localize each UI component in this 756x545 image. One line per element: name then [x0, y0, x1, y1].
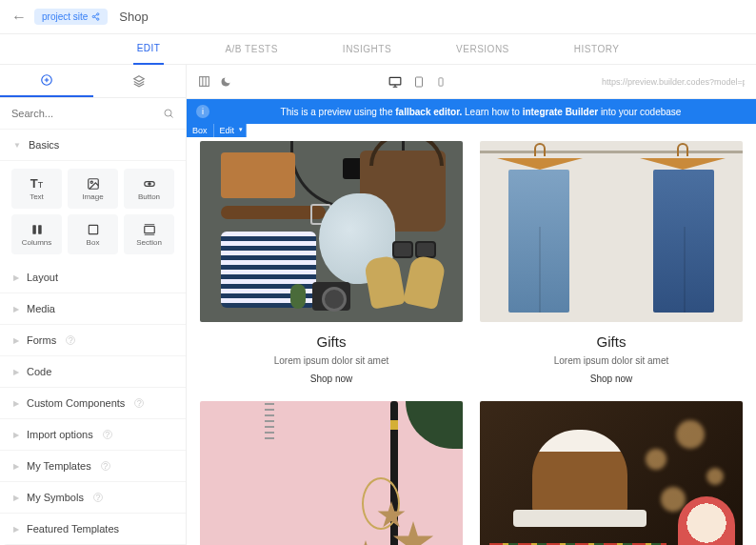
info-icon: i: [196, 105, 209, 118]
svg-rect-11: [89, 225, 97, 233]
chevron-right-icon: ▶: [13, 431, 19, 439]
chevron-right-icon: ▶: [13, 305, 19, 313]
product-image-jeans[interactable]: [480, 141, 743, 322]
svg-rect-16: [438, 77, 442, 85]
panel-custom-label: Custom Components: [27, 397, 125, 409]
basics-grid: TTText Image Button Columns Box Section: [0, 161, 186, 262]
device-desktop-icon[interactable]: [388, 75, 402, 89]
chevron-right-icon: ▶: [13, 462, 19, 471]
tab-versions[interactable]: VERSIONS: [452, 34, 513, 65]
block-image[interactable]: Image: [68, 169, 118, 209]
section-icon: [143, 223, 156, 236]
panel-layout[interactable]: ▶Layout: [0, 262, 186, 293]
text-icon: TT: [30, 176, 43, 191]
project-tag[interactable]: project site: [34, 9, 108, 25]
panel-my-symbols[interactable]: ▶My Symbols?: [0, 482, 186, 514]
panel-layout-label: Layout: [27, 272, 58, 283]
main-tabs: EDIT A/B TESTS INSIGHTS VERSIONS HISTORY: [0, 34, 756, 65]
banner-bold2: integrate Builder: [523, 107, 598, 117]
image-icon: [87, 177, 100, 191]
block-text[interactable]: TTText: [11, 169, 62, 209]
svg-point-4: [165, 110, 171, 116]
product-desc: Lorem ipsum dolor sit amet: [274, 355, 389, 366]
block-button-label: Button: [138, 192, 160, 201]
svg-point-1: [92, 15, 94, 17]
banner-bold1: fallback editor.: [395, 107, 462, 117]
panel-code-label: Code: [27, 366, 51, 377]
chevron-right-icon: ▶: [13, 368, 19, 376]
panel-featured-label: Featured Templates: [27, 523, 119, 535]
topbar: ← project site Shop: [0, 0, 756, 34]
chevron-right-icon: ▶: [13, 273, 19, 282]
panel-custom-components[interactable]: ▶Custom Components?: [0, 388, 186, 419]
product-image-flatlay[interactable]: [200, 141, 463, 322]
share-icon: [91, 12, 100, 21]
panel-forms[interactable]: ▶Forms?: [0, 325, 186, 356]
panel-featured-templates[interactable]: ▶Featured Templates: [0, 514, 186, 545]
panel-my-templates[interactable]: ▶My Templates?: [0, 451, 186, 482]
svg-rect-12: [144, 226, 154, 232]
image-tile-holiday[interactable]: [480, 401, 743, 545]
device-tablet-icon[interactable]: [413, 75, 425, 89]
info-icon: ?: [101, 461, 110, 471]
sel-tag-box[interactable]: Box: [187, 124, 214, 137]
panel-import-label: Import options: [27, 429, 93, 440]
chevron-right-icon: ▶: [13, 525, 19, 534]
block-text-label: Text: [30, 192, 44, 201]
svg-point-8: [148, 182, 149, 184]
block-image-label: Image: [82, 192, 103, 201]
panel-import-options[interactable]: ▶Import options?: [0, 419, 186, 451]
search-input[interactable]: [11, 108, 163, 119]
back-button[interactable]: ←: [11, 9, 27, 26]
product-cta[interactable]: Shop now: [590, 373, 632, 384]
tab-ab-tests[interactable]: A/B TESTS: [221, 34, 281, 65]
svg-point-6: [90, 181, 92, 183]
banner-text: This is a preview using the: [281, 107, 396, 117]
sel-tag-edit[interactable]: Edit: [214, 124, 248, 137]
block-columns[interactable]: Columns: [11, 214, 62, 254]
product-card: Gifts Lorem ipsum dolor sit amet Shop no…: [480, 141, 743, 384]
tab-insights[interactable]: INSIGHTS: [339, 34, 395, 65]
page-title: Shop: [119, 10, 148, 24]
sidebar: ▼Basics TTText Image Button Columns Box …: [0, 65, 187, 545]
panel-media[interactable]: ▶Media: [0, 293, 186, 325]
banner-text2: Learn how to: [462, 107, 522, 117]
button-icon: [143, 177, 156, 191]
preview-url: https://preview.builder.codes?model=page…: [602, 77, 745, 87]
panel-code[interactable]: ▶Code: [0, 356, 186, 388]
block-box[interactable]: Box: [68, 214, 118, 254]
columns-icon: [30, 223, 44, 236]
tab-history[interactable]: HISTORY: [570, 34, 624, 65]
side-tab-layers[interactable]: [93, 65, 187, 97]
svg-point-2: [97, 18, 99, 20]
dark-mode-icon[interactable]: [220, 76, 231, 88]
banner-text3: into your codebase: [598, 107, 681, 117]
svg-rect-13: [200, 77, 209, 87]
selection-tags: Box Edit: [187, 124, 247, 137]
grid-toggle-icon[interactable]: [198, 75, 210, 88]
svg-rect-10: [38, 225, 42, 233]
tab-edit[interactable]: EDIT: [133, 34, 165, 65]
side-tab-add[interactable]: [0, 65, 93, 97]
canvas-toolbar: https://preview.builder.codes?model=page…: [187, 65, 756, 99]
info-icon: ?: [134, 398, 144, 408]
chevron-right-icon: ▶: [13, 399, 19, 408]
block-box-label: Box: [87, 238, 100, 247]
block-section[interactable]: Section: [124, 214, 174, 254]
block-button[interactable]: Button: [124, 169, 174, 209]
info-icon: ?: [66, 335, 75, 345]
chevron-right-icon: ▶: [13, 336, 19, 345]
panel-basics[interactable]: ▼Basics: [0, 130, 186, 161]
chevron-right-icon: ▶: [13, 494, 19, 502]
chevron-down-icon: ▼: [13, 141, 21, 150]
panel-symbols-label: My Symbols: [27, 492, 84, 503]
panel-media-label: Media: [27, 303, 55, 314]
preview-banner: i This is a preview using the fallback e…: [187, 99, 756, 124]
block-section-label: Section: [136, 238, 162, 247]
svg-point-0: [97, 13, 99, 15]
search-row: [0, 98, 186, 130]
device-mobile-icon[interactable]: [436, 75, 446, 89]
product-cta[interactable]: Shop now: [310, 373, 352, 384]
product-card: Gifts Lorem ipsum dolor sit amet Shop no…: [200, 141, 463, 384]
image-tile-notebook[interactable]: [200, 401, 463, 545]
